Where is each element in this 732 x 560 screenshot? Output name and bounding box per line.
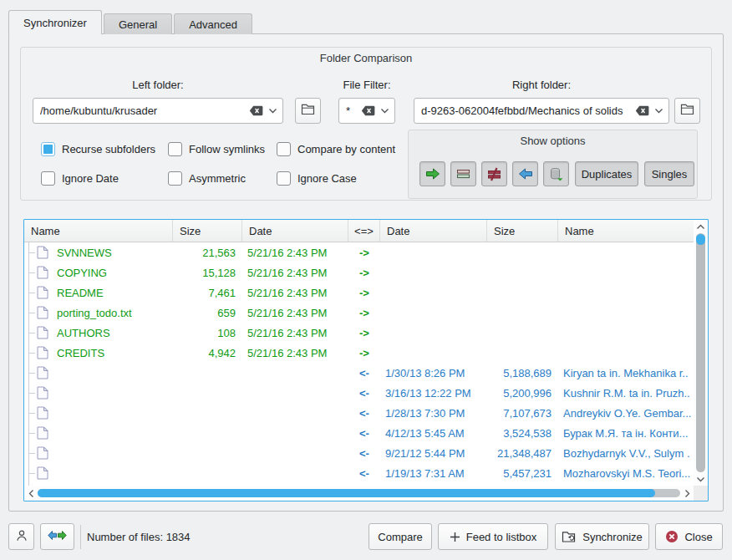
table-row[interactable]: <-9/21/12 5:44 PM21,348,487Bozhydarnyk V… — [24, 443, 694, 463]
show-copy-to-right-button[interactable] — [419, 161, 445, 186]
file-icon — [37, 426, 48, 440]
column-header-1-size[interactable]: Size — [173, 220, 242, 242]
left-folder-clear-button[interactable] — [249, 105, 263, 116]
folder-comparison-group: Folder Comparison Left folder: File Filt… — [20, 47, 712, 201]
swap-sides-button[interactable] — [40, 523, 74, 550]
equals-icon — [455, 167, 471, 181]
show-deletable-button[interactable] — [543, 161, 569, 186]
tree-branch — [28, 333, 35, 333]
right-folder-clear-button[interactable] — [635, 105, 649, 116]
table-row[interactable]: <-1/30/13 8:26 PM5,188,689Kiryan ta in. … — [24, 363, 694, 383]
cell-left-name — [24, 463, 173, 483]
horizontal-scrollbar[interactable] — [24, 486, 694, 501]
tree-branch — [28, 413, 35, 414]
compare-button[interactable]: Compare — [369, 523, 432, 550]
profile-button[interactable] — [8, 523, 34, 550]
table-row[interactable]: <-1/28/13 7:30 PM7,107,673Andreykiv O.Ye… — [24, 403, 694, 423]
cell-right-size: 21,348,487 — [487, 447, 558, 460]
duplicates-button[interactable]: Duplicates — [575, 161, 638, 186]
comparison-table: NameSizeDate<=>DateSizeName SVNNEWS21,56… — [23, 219, 709, 501]
show-options-title: Show options — [409, 135, 697, 147]
checkbox-ignore-case[interactable]: Ignore Case — [277, 171, 405, 186]
cell-left-name: CREDITS — [24, 343, 173, 363]
cell-left-name — [24, 403, 173, 423]
checkbox-label: Asymmetric — [189, 172, 246, 185]
cell-left-name: COPYING — [24, 262, 173, 283]
tab-advanced[interactable]: Advanced — [174, 13, 252, 34]
left-folder-dropdown-arrow[interactable] — [267, 108, 277, 114]
cell-right-date: 1/19/13 7:31 AM — [380, 467, 487, 480]
column-header-2-date[interactable]: Date — [242, 220, 348, 242]
checkbox-asymmetric[interactable]: Asymmetric — [168, 171, 277, 186]
statusbar-separator — [80, 525, 81, 549]
checkbox-ignore-date[interactable]: Ignore Date — [41, 171, 168, 186]
feed-to-listbox-button[interactable]: Feed to listbox — [438, 523, 548, 550]
cell-left-name: porting_todo.txt — [24, 303, 173, 323]
checkbox-follow-symlinks[interactable]: Follow symlinks — [168, 141, 277, 157]
column-header-4-date[interactable]: Date — [380, 220, 487, 242]
horizontal-scrollbar-thumb[interactable] — [38, 489, 655, 497]
button-label: Close — [684, 531, 712, 543]
arrow-left-icon — [517, 167, 534, 181]
scroll-down-icon[interactable] — [694, 473, 706, 485]
show-not-equal-button[interactable] — [481, 161, 507, 186]
table-row[interactable]: <-3/16/13 12:22 PM5,200,996Kushnir R.M. … — [24, 383, 694, 403]
right-folder-browse-button[interactable] — [674, 98, 700, 124]
column-header-3-[interactable]: <=> — [348, 220, 380, 242]
tab-general[interactable]: General — [104, 13, 172, 34]
vertical-scrollbar-track[interactable] — [696, 233, 705, 472]
table-row[interactable]: porting_todo.txt6595/21/16 2:43 PM-> — [24, 303, 694, 323]
folder-icon — [301, 104, 315, 118]
close-button[interactable]: Close — [655, 523, 723, 550]
column-header-5-size[interactable]: Size — [487, 220, 558, 242]
tree-branch — [28, 453, 35, 454]
arrow-right-icon — [424, 167, 441, 181]
column-header-0-name[interactable]: Name — [24, 220, 173, 242]
column-header-6-name[interactable]: Name — [558, 220, 694, 242]
table-row[interactable]: CREDITS4,9425/21/16 2:43 PM-> — [24, 343, 694, 363]
table-row[interactable]: README7,4615/21/16 2:43 PM-> — [24, 283, 694, 303]
scroll-up-icon[interactable] — [694, 221, 706, 232]
right-folder-dropdown-arrow[interactable] — [653, 108, 663, 114]
cell-right-date: 9/21/12 5:44 PM — [380, 447, 487, 460]
cell-direction: <- — [348, 427, 380, 440]
table-row[interactable]: SVNNEWS21,5635/21/16 2:43 PM-> — [24, 242, 694, 262]
table-row[interactable]: <-1/19/13 7:31 AM5,457,231Mozharovskyi M… — [24, 463, 694, 483]
right-folder-combo[interactable]: d-9263-062004fefbbd/Mechanics of solids — [414, 98, 669, 124]
cell-direction: -> — [348, 287, 380, 299]
table-row[interactable]: <-4/12/13 5:45 AM3,524,538Бурак М.Я. та … — [24, 423, 694, 443]
singles-button[interactable]: Singles — [644, 161, 694, 186]
file-filter-clear-button[interactable] — [361, 105, 375, 116]
cell-right-size: 5,200,996 — [487, 387, 558, 400]
show-copy-to-left-button[interactable] — [512, 161, 538, 186]
checkbox-compare-by-content[interactable]: Compare by content — [277, 141, 405, 157]
tab-synchronizer[interactable]: Synchronizer — [8, 10, 102, 34]
file-icon — [37, 366, 48, 379]
right-folder-label: Right folder: — [512, 79, 571, 91]
table-row[interactable]: COPYING15,1285/21/16 2:43 PM-> — [24, 262, 694, 283]
folder-sync-icon — [562, 531, 577, 543]
cell-direction: <- — [348, 407, 380, 420]
show-equal-button[interactable] — [450, 161, 476, 186]
left-folder-browse-button[interactable] — [295, 98, 321, 124]
tree-branch — [28, 353, 35, 354]
file-filter-dropdown-arrow[interactable] — [379, 108, 389, 114]
vertical-scrollbar-thumb[interactable] — [696, 234, 705, 245]
checkbox-box — [168, 142, 182, 156]
vertical-scrollbar[interactable] — [694, 220, 708, 486]
swap-icon — [48, 530, 67, 543]
checkbox-recurse-subfolders[interactable]: Recurse subfolders — [41, 141, 168, 157]
number-of-files-status: Number of files: 1834 — [87, 531, 191, 543]
right-folder-value: d-9263-062004fefbbd/Mechanics of solids — [421, 104, 632, 117]
cell-left-name — [24, 383, 173, 403]
cell-direction: -> — [348, 267, 380, 279]
scrollbar-corner — [694, 486, 708, 501]
cell-right-name: Bozhydarnyk V.V., Sulym . — [558, 447, 694, 460]
scroll-right-icon[interactable] — [681, 487, 693, 499]
plus-icon — [450, 532, 460, 542]
left-folder-combo[interactable]: /home/kubuntu/krusader — [33, 98, 283, 124]
file-filter-combo[interactable]: * — [338, 98, 395, 124]
table-row[interactable]: AUTHORS1085/21/16 2:43 PM-> — [24, 323, 694, 343]
synchronize-button[interactable]: Synchronize — [555, 523, 649, 550]
scroll-left-icon[interactable] — [25, 487, 37, 499]
